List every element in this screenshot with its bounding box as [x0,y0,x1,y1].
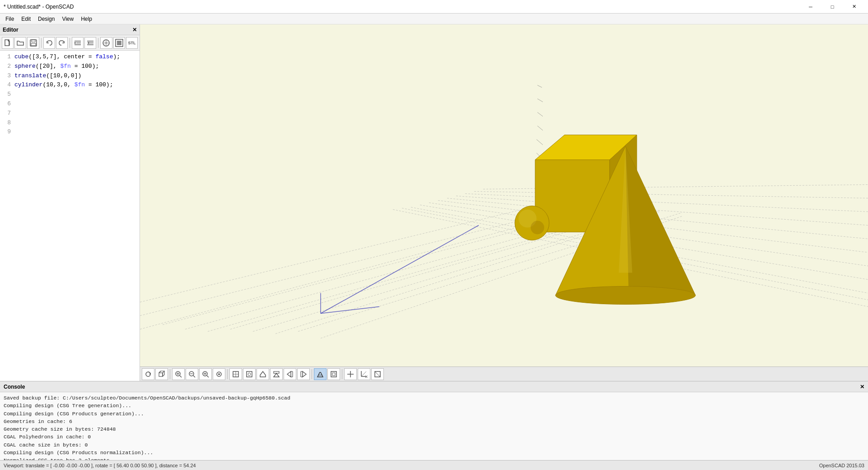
vp-sep-2 [227,369,228,379]
menu-design[interactable]: Design [34,15,58,23]
code-line-3: 3 translate([10,0,0]) [4,71,138,81]
svg-line-20 [275,212,659,334]
console-line: Compiling design (CSG Products generatio… [4,410,864,418]
view-bottom-icon [246,371,253,378]
svg-marker-49 [610,135,637,232]
render-button[interactable] [113,37,125,49]
menu-edit[interactable]: Edit [18,15,34,23]
svg-line-45 [537,153,543,160]
svg-line-22 [163,205,614,325]
svg-rect-80 [274,371,279,373]
vp-crosshairs-button[interactable] [344,368,357,380]
toolbar-separator-2 [70,38,70,48]
console-title: Console [4,384,25,390]
perspective-icon [317,371,324,378]
new-file-icon [4,39,11,47]
vp-view-top-button[interactable] [229,368,242,380]
console-close-btn[interactable]: ✕ [860,384,864,390]
editor-title: Editor [3,27,19,33]
grid-svg [140,24,868,381]
svg-line-31 [438,201,868,253]
preview-button[interactable] [100,37,112,49]
view-back-icon [273,371,280,378]
svg-rect-5 [31,43,36,46]
vp-zoom-in-button[interactable] [199,368,212,380]
redo-button[interactable] [56,37,68,49]
vp-zoom-fit-button[interactable] [172,368,185,380]
axes-icon: 10 [360,371,368,378]
svg-line-32 [447,198,868,239]
vp-reset-button[interactable] [213,368,225,380]
vp-orthographic-button[interactable] [327,368,340,380]
svg-line-100 [375,371,380,377]
console-line: Geometries in cache: 6 [4,418,864,425]
status-bar: Viewport: translate = [ -0.00 -0.00 -0.0… [0,460,868,470]
view-top-icon [232,371,239,378]
vp-reset-view-button[interactable] [142,368,154,380]
vp-view-right-button[interactable] [297,368,310,380]
vp-view-front-button[interactable] [257,368,269,380]
view-front-icon [259,371,266,378]
unindent-button[interactable] [84,37,96,49]
vp-view-back-button[interactable] [270,368,283,380]
save-icon [30,39,37,47]
code-line-5: 5 [4,90,138,99]
svg-point-52 [531,221,544,235]
editor-code[interactable]: 1 cube([3,5,7], center = false); 2 spher… [0,51,140,381]
zoom-in-icon [202,371,209,378]
3d-view-icon [158,371,165,378]
viewport-toolbar: 10 [140,367,868,381]
title-bar: * Untitled.scad* - OpenSCAD ─ □ ✕ [0,0,868,14]
shapes-3d [140,24,868,381]
zoom-fit-icon [175,371,182,378]
svg-point-51 [518,210,537,228]
undo-button[interactable] [43,37,55,49]
menu-help[interactable]: Help [77,15,96,23]
console-panel: Console ✕ Saved backup file: C:/Users/sc… [0,381,868,460]
code-line-9: 9 [4,127,138,137]
menu-view[interactable]: View [58,15,77,23]
vp-edges-button[interactable] [371,368,384,380]
svg-line-28 [429,203,868,266]
editor-header: Editor ✕ [0,24,140,35]
minimize-button[interactable]: ─ [800,0,821,14]
unindent-icon [87,39,94,47]
svg-line-35 [474,192,868,198]
code-line-2: 2 sphere([20], $fn = 100); [4,62,138,71]
svg-line-19 [230,212,637,329]
window-title: * Untitled.scad* - OpenSCAD [4,4,800,10]
redo-icon [58,39,65,47]
vp-view-left-button[interactable] [284,368,296,380]
console-line: Compiling design (CSG Tree generation)..… [4,402,864,409]
save-file-button[interactable] [27,37,39,49]
editor-panel: Editor ✕ [0,24,140,381]
svg-point-50 [515,206,549,240]
close-button[interactable]: ✕ [844,0,864,14]
toolbar-separator-3 [98,38,98,48]
svg-marker-56 [619,146,632,273]
vp-3d-view-button[interactable] [155,368,168,380]
console-line: Normalized CSG tree has 3 elements [4,456,864,460]
editor-close-btn[interactable]: ✕ [132,27,137,33]
view-left-icon [286,371,294,378]
open-file-button[interactable] [14,37,26,49]
render-icon [115,39,123,47]
menu-file[interactable]: File [2,15,18,23]
vp-axes-button[interactable]: 10 [358,368,370,380]
svg-line-15 [140,207,592,329]
viewport[interactable]: 10 [140,24,868,381]
new-file-button[interactable] [2,37,14,49]
stl-export-button[interactable]: STL [126,37,138,49]
orthographic-icon [330,371,337,378]
vp-zoom-out-button[interactable] [186,368,198,380]
crosshairs-icon [347,371,354,378]
indent-button[interactable] [72,37,84,49]
main-layout: Editor ✕ [0,24,868,470]
preview-icon [102,38,111,47]
vp-perspective-button[interactable] [314,368,327,380]
maximize-button[interactable]: □ [822,0,843,14]
svg-line-30 [402,208,868,300]
vp-view-bottom-button[interactable] [243,368,256,380]
svg-marker-89 [317,372,323,377]
svg-point-74 [218,373,220,375]
